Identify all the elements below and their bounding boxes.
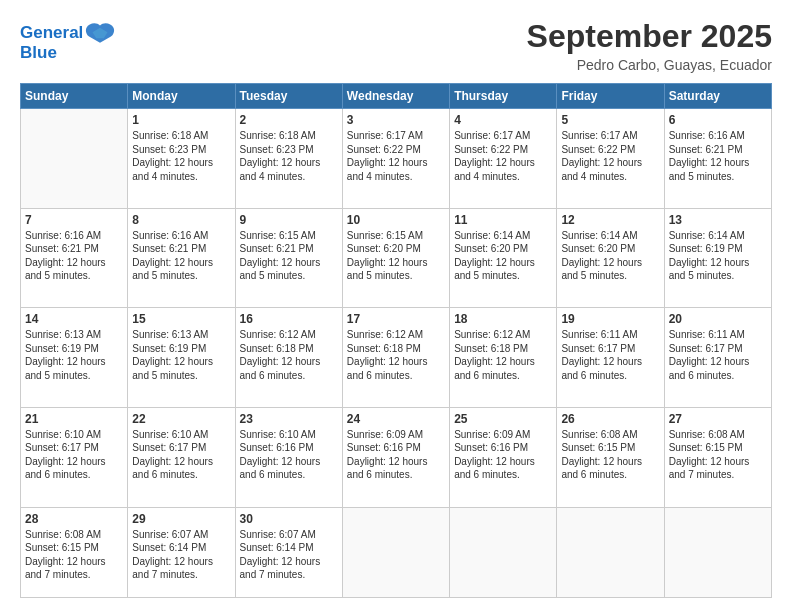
- calendar-cell: 17Sunrise: 6:12 AM Sunset: 6:18 PM Dayli…: [342, 308, 449, 408]
- day-info: Sunrise: 6:07 AM Sunset: 6:14 PM Dayligh…: [240, 528, 338, 582]
- calendar-cell: 15Sunrise: 6:13 AM Sunset: 6:19 PM Dayli…: [128, 308, 235, 408]
- day-header-friday: Friday: [557, 84, 664, 109]
- logo-text-line1: General: [20, 24, 83, 43]
- calendar-cell: 10Sunrise: 6:15 AM Sunset: 6:20 PM Dayli…: [342, 208, 449, 308]
- calendar-cell: 5Sunrise: 6:17 AM Sunset: 6:22 PM Daylig…: [557, 109, 664, 209]
- day-info: Sunrise: 6:17 AM Sunset: 6:22 PM Dayligh…: [561, 129, 659, 183]
- day-info: Sunrise: 6:11 AM Sunset: 6:17 PM Dayligh…: [561, 328, 659, 382]
- day-number: 1: [132, 113, 230, 127]
- day-info: Sunrise: 6:16 AM Sunset: 6:21 PM Dayligh…: [669, 129, 767, 183]
- calendar-cell: 29Sunrise: 6:07 AM Sunset: 6:14 PM Dayli…: [128, 507, 235, 597]
- day-info: Sunrise: 6:08 AM Sunset: 6:15 PM Dayligh…: [561, 428, 659, 482]
- calendar-cell: 12Sunrise: 6:14 AM Sunset: 6:20 PM Dayli…: [557, 208, 664, 308]
- calendar-cell: 20Sunrise: 6:11 AM Sunset: 6:17 PM Dayli…: [664, 308, 771, 408]
- day-header-wednesday: Wednesday: [342, 84, 449, 109]
- day-info: Sunrise: 6:14 AM Sunset: 6:20 PM Dayligh…: [454, 229, 552, 283]
- calendar-cell: 9Sunrise: 6:15 AM Sunset: 6:21 PM Daylig…: [235, 208, 342, 308]
- calendar-cell: 27Sunrise: 6:08 AM Sunset: 6:15 PM Dayli…: [664, 407, 771, 507]
- day-info: Sunrise: 6:11 AM Sunset: 6:17 PM Dayligh…: [669, 328, 767, 382]
- day-header-saturday: Saturday: [664, 84, 771, 109]
- calendar-cell: 26Sunrise: 6:08 AM Sunset: 6:15 PM Dayli…: [557, 407, 664, 507]
- calendar-cell: 16Sunrise: 6:12 AM Sunset: 6:18 PM Dayli…: [235, 308, 342, 408]
- calendar-cell: 18Sunrise: 6:12 AM Sunset: 6:18 PM Dayli…: [450, 308, 557, 408]
- calendar-cell: 6Sunrise: 6:16 AM Sunset: 6:21 PM Daylig…: [664, 109, 771, 209]
- day-header-tuesday: Tuesday: [235, 84, 342, 109]
- day-number: 18: [454, 312, 552, 326]
- calendar-cell: 14Sunrise: 6:13 AM Sunset: 6:19 PM Dayli…: [21, 308, 128, 408]
- calendar-week-row: 28Sunrise: 6:08 AM Sunset: 6:15 PM Dayli…: [21, 507, 772, 597]
- day-number: 19: [561, 312, 659, 326]
- calendar-cell: 11Sunrise: 6:14 AM Sunset: 6:20 PM Dayli…: [450, 208, 557, 308]
- day-number: 24: [347, 412, 445, 426]
- day-number: 21: [25, 412, 123, 426]
- day-number: 15: [132, 312, 230, 326]
- day-info: Sunrise: 6:16 AM Sunset: 6:21 PM Dayligh…: [25, 229, 123, 283]
- day-number: 7: [25, 213, 123, 227]
- calendar-cell: [21, 109, 128, 209]
- day-number: 26: [561, 412, 659, 426]
- day-info: Sunrise: 6:08 AM Sunset: 6:15 PM Dayligh…: [669, 428, 767, 482]
- day-number: 2: [240, 113, 338, 127]
- calendar-cell: 2Sunrise: 6:18 AM Sunset: 6:23 PM Daylig…: [235, 109, 342, 209]
- day-info: Sunrise: 6:18 AM Sunset: 6:23 PM Dayligh…: [132, 129, 230, 183]
- calendar-week-row: 1Sunrise: 6:18 AM Sunset: 6:23 PM Daylig…: [21, 109, 772, 209]
- day-info: Sunrise: 6:15 AM Sunset: 6:20 PM Dayligh…: [347, 229, 445, 283]
- day-info: Sunrise: 6:16 AM Sunset: 6:21 PM Dayligh…: [132, 229, 230, 283]
- day-info: Sunrise: 6:10 AM Sunset: 6:16 PM Dayligh…: [240, 428, 338, 482]
- calendar-week-row: 21Sunrise: 6:10 AM Sunset: 6:17 PM Dayli…: [21, 407, 772, 507]
- day-number: 29: [132, 512, 230, 526]
- location-subtitle: Pedro Carbo, Guayas, Ecuador: [527, 57, 772, 73]
- day-info: Sunrise: 6:10 AM Sunset: 6:17 PM Dayligh…: [25, 428, 123, 482]
- day-info: Sunrise: 6:17 AM Sunset: 6:22 PM Dayligh…: [454, 129, 552, 183]
- day-number: 20: [669, 312, 767, 326]
- title-block: September 2025 Pedro Carbo, Guayas, Ecua…: [527, 18, 772, 73]
- calendar-cell: 7Sunrise: 6:16 AM Sunset: 6:21 PM Daylig…: [21, 208, 128, 308]
- day-number: 14: [25, 312, 123, 326]
- calendar-cell: 25Sunrise: 6:09 AM Sunset: 6:16 PM Dayli…: [450, 407, 557, 507]
- calendar-cell: [450, 507, 557, 597]
- day-info: Sunrise: 6:14 AM Sunset: 6:19 PM Dayligh…: [669, 229, 767, 283]
- calendar-cell: 13Sunrise: 6:14 AM Sunset: 6:19 PM Dayli…: [664, 208, 771, 308]
- day-info: Sunrise: 6:08 AM Sunset: 6:15 PM Dayligh…: [25, 528, 123, 582]
- day-number: 25: [454, 412, 552, 426]
- day-info: Sunrise: 6:18 AM Sunset: 6:23 PM Dayligh…: [240, 129, 338, 183]
- day-number: 17: [347, 312, 445, 326]
- day-number: 30: [240, 512, 338, 526]
- page: General Blue September 2025 Pedro Carbo,…: [0, 0, 792, 612]
- day-info: Sunrise: 6:13 AM Sunset: 6:19 PM Dayligh…: [25, 328, 123, 382]
- logo: General Blue: [20, 18, 115, 63]
- calendar-cell: [664, 507, 771, 597]
- calendar-cell: [342, 507, 449, 597]
- day-info: Sunrise: 6:17 AM Sunset: 6:22 PM Dayligh…: [347, 129, 445, 183]
- day-number: 13: [669, 213, 767, 227]
- calendar-week-row: 7Sunrise: 6:16 AM Sunset: 6:21 PM Daylig…: [21, 208, 772, 308]
- day-number: 10: [347, 213, 445, 227]
- day-number: 23: [240, 412, 338, 426]
- day-number: 5: [561, 113, 659, 127]
- day-number: 8: [132, 213, 230, 227]
- calendar-cell: 19Sunrise: 6:11 AM Sunset: 6:17 PM Dayli…: [557, 308, 664, 408]
- day-number: 22: [132, 412, 230, 426]
- day-info: Sunrise: 6:10 AM Sunset: 6:17 PM Dayligh…: [132, 428, 230, 482]
- logo-icon: [85, 18, 115, 48]
- day-number: 6: [669, 113, 767, 127]
- calendar-cell: 23Sunrise: 6:10 AM Sunset: 6:16 PM Dayli…: [235, 407, 342, 507]
- calendar-header-row: SundayMondayTuesdayWednesdayThursdayFrid…: [21, 84, 772, 109]
- day-info: Sunrise: 6:14 AM Sunset: 6:20 PM Dayligh…: [561, 229, 659, 283]
- day-info: Sunrise: 6:12 AM Sunset: 6:18 PM Dayligh…: [240, 328, 338, 382]
- day-number: 16: [240, 312, 338, 326]
- day-info: Sunrise: 6:07 AM Sunset: 6:14 PM Dayligh…: [132, 528, 230, 582]
- calendar-cell: 3Sunrise: 6:17 AM Sunset: 6:22 PM Daylig…: [342, 109, 449, 209]
- day-header-monday: Monday: [128, 84, 235, 109]
- day-info: Sunrise: 6:13 AM Sunset: 6:19 PM Dayligh…: [132, 328, 230, 382]
- calendar-cell: 8Sunrise: 6:16 AM Sunset: 6:21 PM Daylig…: [128, 208, 235, 308]
- header: General Blue September 2025 Pedro Carbo,…: [20, 18, 772, 73]
- calendar-cell: 21Sunrise: 6:10 AM Sunset: 6:17 PM Dayli…: [21, 407, 128, 507]
- day-header-sunday: Sunday: [21, 84, 128, 109]
- day-header-thursday: Thursday: [450, 84, 557, 109]
- calendar-cell: 1Sunrise: 6:18 AM Sunset: 6:23 PM Daylig…: [128, 109, 235, 209]
- calendar-cell: 22Sunrise: 6:10 AM Sunset: 6:17 PM Dayli…: [128, 407, 235, 507]
- month-title: September 2025: [527, 18, 772, 55]
- calendar-cell: 4Sunrise: 6:17 AM Sunset: 6:22 PM Daylig…: [450, 109, 557, 209]
- day-info: Sunrise: 6:09 AM Sunset: 6:16 PM Dayligh…: [454, 428, 552, 482]
